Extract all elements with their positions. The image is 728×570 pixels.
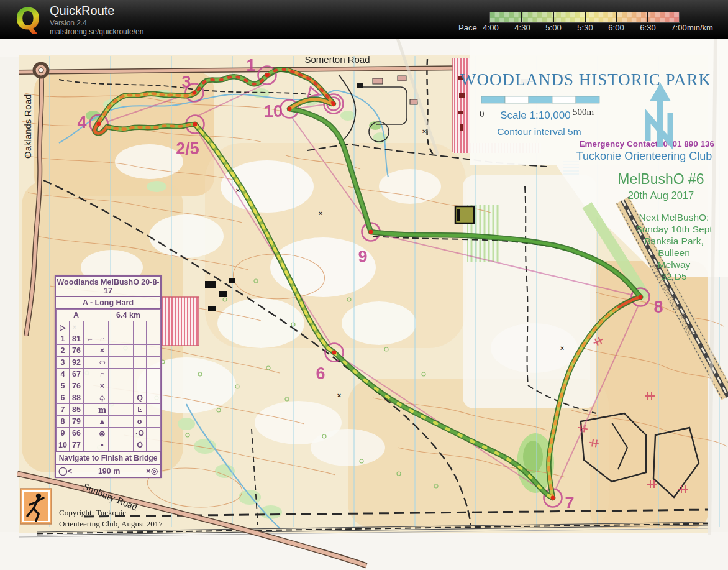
pace-tick xyxy=(647,12,648,22)
app-title: QuickRoute xyxy=(50,4,115,18)
map-title: WOODLANDS HISTORIC PARK xyxy=(460,70,711,89)
finish-note: Navigate to Finish at Bridge xyxy=(56,451,160,464)
svg-text:×: × xyxy=(319,209,322,217)
feature-symbol: × xyxy=(96,380,109,392)
finish-icon: ×◎ xyxy=(146,466,158,476)
control-number: 2/5 xyxy=(176,139,199,158)
control-row: 1 81 ← ∩ xyxy=(57,333,161,345)
final-leg-distance: 190 m xyxy=(72,467,146,476)
feature-symbol: × xyxy=(96,345,109,357)
quickroute-banner: Q QuickRoute Version 2.4 matstroeng.se/q… xyxy=(0,0,728,39)
control-row: 3 92 ○ xyxy=(57,357,161,369)
final-leg-row: ◯< 190 m ×◎ xyxy=(56,464,160,477)
pace-tick-label: 4:30 xyxy=(507,23,538,32)
pace-tick xyxy=(616,12,617,22)
control-row: 6 88 ♤ Q xyxy=(57,392,161,404)
feature-symbol: ▲ xyxy=(96,416,109,428)
copyright-line2: Orienteering Club, August 2017 xyxy=(59,519,163,528)
scale-zero: 0 xyxy=(480,109,485,119)
svg-text:×: × xyxy=(337,392,341,399)
control-description-card: Woodlands MelBushO 20-8-17 A - Long Hard… xyxy=(55,275,162,478)
scale-bar xyxy=(481,96,599,103)
next-event-line: Next MelBushO: xyxy=(639,212,709,223)
pace-tick-label: 6:00 xyxy=(601,23,632,32)
control-row: 4 67 ∩ xyxy=(57,369,161,380)
feature-symbol: ♤ xyxy=(96,392,109,404)
copyright-line1: Copyright: Tuckonie xyxy=(59,508,126,517)
app-version: Version 2.4 xyxy=(50,19,87,27)
pace-tick-label: 5:30 xyxy=(570,23,601,32)
next-event-line: Sunday 10th Sept xyxy=(635,224,712,234)
feature-symbol: ○ xyxy=(96,357,109,369)
feature-symbol: • xyxy=(96,439,109,451)
control-number: 1 xyxy=(246,56,255,75)
event-date: 20th Aug 2017 xyxy=(628,190,694,201)
control-number: 6 xyxy=(316,364,325,383)
card-title: Woodlands MelBushO 20-8-17 xyxy=(56,277,160,297)
svg-text:×: × xyxy=(422,127,426,135)
control-number: 4 xyxy=(77,113,86,132)
club-logo xyxy=(20,489,52,524)
contour-note: Contour interval 5m xyxy=(497,126,581,137)
start-symbol: ▷ xyxy=(57,321,70,333)
event-name: MelBushO #6 xyxy=(617,171,704,187)
feature-symbol: m xyxy=(96,404,109,416)
next-event-line: Bulleen xyxy=(658,247,690,258)
pace-tick-label: 4:00 xyxy=(475,23,506,32)
feature-symbol: ∩ xyxy=(96,369,109,380)
control-row: 7 85 m Ŀ xyxy=(57,404,161,416)
pace-gradient-bar xyxy=(489,12,680,23)
club-name: Tuckonie Orienteering Club xyxy=(576,150,712,162)
pace-label: Pace xyxy=(458,23,477,32)
control-row: 5 76 × xyxy=(57,380,161,392)
control-number: 9 xyxy=(358,247,367,266)
course-distance: 6.4 km xyxy=(96,310,161,321)
control-description-table: A 6.4 km ▷ 1 81 ← ∩ 2 76 × xyxy=(56,309,161,451)
pace-tick xyxy=(521,12,522,22)
control-row: 9 66 ⊗ ·O xyxy=(57,428,161,439)
feature-symbol: ⊗ xyxy=(96,428,109,439)
pace-tick-label: 6:30 xyxy=(632,23,663,32)
quickroute-export: ××× ××× xyxy=(0,0,728,570)
control-row: 2 76 × xyxy=(57,345,161,357)
scale-distance: 500m xyxy=(573,107,594,117)
pace-tick xyxy=(585,12,586,22)
card-course: A - Long Hard xyxy=(56,297,160,309)
control-number: 3 xyxy=(181,73,191,91)
pace-tick xyxy=(553,12,554,22)
course-class: A xyxy=(57,310,96,321)
control-number: 7 xyxy=(565,494,574,512)
taped-route-icon: ◯< xyxy=(58,466,72,476)
app-url: matstroeng.se/quickroute/en xyxy=(50,27,143,36)
control-row: 8 79 ▲ σ xyxy=(57,416,161,428)
pace-tick-label: 5:00 xyxy=(538,23,569,32)
quickroute-logo-icon: Q xyxy=(10,1,46,37)
pace-unit-label: min/km xyxy=(687,23,713,32)
control-number: 10 xyxy=(264,102,283,121)
control-number: 8 xyxy=(653,298,663,316)
scale-label: Scale 1:10,000 xyxy=(500,109,570,121)
svg-text:×: × xyxy=(560,344,564,352)
somerton-road-label: Somerton Road xyxy=(304,54,370,65)
oaklands-road-label: Oaklands Road xyxy=(22,94,33,159)
next-event-line: Melway xyxy=(658,259,691,270)
next-event-line: 32 D5 xyxy=(661,271,686,282)
control-row: 10 77 • Ö xyxy=(57,439,161,451)
next-event-line: Banksia Park, xyxy=(644,236,704,246)
feature-symbol: ∩ xyxy=(96,333,109,345)
